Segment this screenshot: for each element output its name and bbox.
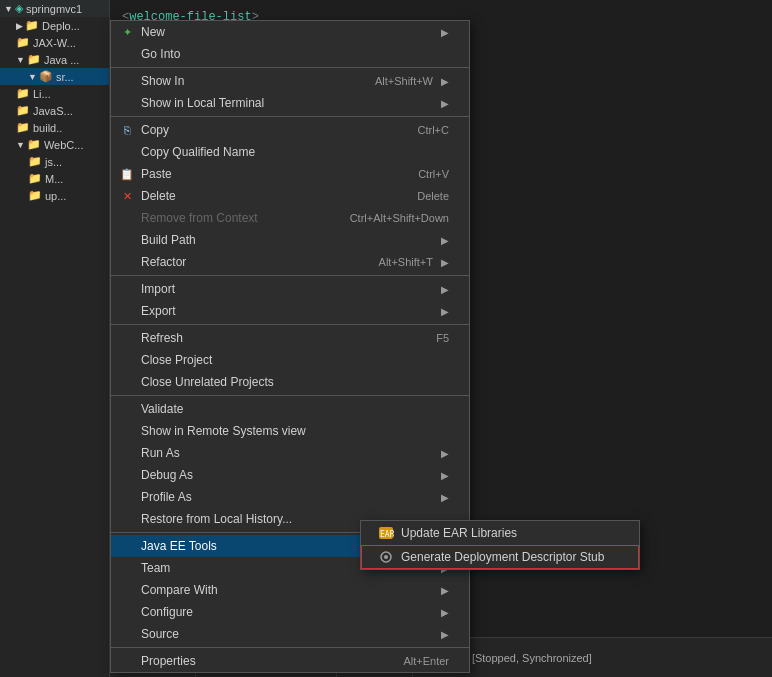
menu-label: Remove from Context [141, 211, 330, 225]
tree-item-sr[interactable]: ▼ 📦 sr... [0, 68, 109, 85]
menu-item-remove-context[interactable]: Remove from Context Ctrl+Alt+Shift+Down [111, 207, 469, 229]
submenu-arrow-icon: ▶ [441, 98, 449, 109]
tree-item-up[interactable]: 📁 up... [0, 187, 109, 204]
project-icon: ◈ [15, 2, 23, 15]
submenu-item-label: Update EAR Libraries [401, 526, 517, 540]
menu-item-refactor[interactable]: Refactor Alt+Shift+T ▶ [111, 251, 469, 273]
tree-item-label: Deplo... [42, 20, 80, 32]
tree-expand-arrow: ▼ [28, 72, 37, 82]
submenu-arrow-icon: ▶ [441, 585, 449, 596]
menu-separator [111, 67, 469, 68]
menu-label: Refactor [141, 255, 359, 269]
folder-icon: 📁 [28, 189, 42, 202]
tree-expand-arrow: ▼ [4, 4, 13, 14]
tree-item-m[interactable]: 📁 M... [0, 170, 109, 187]
tree-expand-arrow: ▶ [16, 21, 23, 31]
svg-point-3 [384, 555, 388, 559]
menu-item-export[interactable]: Export ▶ [111, 300, 469, 322]
javaee-submenu: EAR Update EAR Libraries Generate Deploy… [360, 520, 640, 570]
menu-item-refresh[interactable]: Refresh F5 [111, 327, 469, 349]
submenu-arrow-icon: ▶ [441, 448, 449, 459]
menu-separator [111, 395, 469, 396]
submenu-arrow-icon: ▶ [441, 492, 449, 503]
submenu-item-label: Generate Deployment Descriptor Stub [401, 550, 604, 564]
tree-item-springmvc1[interactable]: ▼ ◈ springmvc1 [0, 0, 109, 17]
menu-item-source[interactable]: Source ▶ [111, 623, 469, 645]
tree-item-js[interactable]: 📁 js... [0, 153, 109, 170]
tree-item-webc[interactable]: ▼ 📁 WebC... [0, 136, 109, 153]
menu-label: Delete [141, 189, 397, 203]
menu-separator [111, 116, 469, 117]
submenu-arrow-icon: ▶ [441, 235, 449, 246]
menu-label: Close Project [141, 353, 449, 367]
menu-item-run-as[interactable]: Run As ▶ [111, 442, 469, 464]
tree-item-javas[interactable]: 📁 JavaS... [0, 102, 109, 119]
shortcut-label: Alt+Shift+T [379, 256, 433, 268]
submenu-item-update-ear[interactable]: EAR Update EAR Libraries [361, 521, 639, 545]
submenu-arrow-icon: ▶ [441, 306, 449, 317]
shortcut-label: F5 [436, 332, 449, 344]
menu-item-validate[interactable]: Validate [111, 398, 469, 420]
submenu-item-generate-descriptor[interactable]: Generate Deployment Descriptor Stub [361, 545, 639, 569]
menu-item-build-path[interactable]: Build Path ▶ [111, 229, 469, 251]
menu-label: Source [141, 627, 433, 641]
menu-label: Export [141, 304, 433, 318]
submenu-arrow-icon: ▶ [441, 27, 449, 38]
tree-item-label: sr... [56, 71, 74, 83]
menu-label: Show in Remote Systems view [141, 424, 449, 438]
gear-icon [377, 548, 395, 566]
menu-item-compare[interactable]: Compare With ▶ [111, 579, 469, 601]
menu-label: Validate [141, 402, 449, 416]
new-icon: ✦ [119, 24, 135, 40]
menu-label: Build Path [141, 233, 433, 247]
menu-item-go-into[interactable]: Go Into [111, 43, 469, 65]
tree-item-li[interactable]: 📁 Li... [0, 85, 109, 102]
submenu-arrow-icon: ▶ [441, 607, 449, 618]
menu-label: Properties [141, 654, 383, 668]
folder-icon: 📁 [16, 36, 30, 49]
menu-item-debug-as[interactable]: Debug As ▶ [111, 464, 469, 486]
folder-icon: 📁 [27, 138, 41, 151]
submenu-arrow-icon: ▶ [441, 470, 449, 481]
menu-label: Show In [141, 74, 355, 88]
svg-text:EAR: EAR [380, 530, 394, 539]
menu-item-new[interactable]: ✦ New ▶ [111, 21, 469, 43]
submenu-arrow-icon: ▶ [441, 629, 449, 640]
menu-item-profile-as[interactable]: Profile As ▶ [111, 486, 469, 508]
menu-label: Paste [141, 167, 398, 181]
project-tree: ▼ ◈ springmvc1 ▶ 📁 Deplo... 📁 JAX-W... ▼… [0, 0, 110, 677]
menu-label: Show in Local Terminal [141, 96, 433, 110]
menu-label: Debug As [141, 468, 433, 482]
menu-label: Run As [141, 446, 433, 460]
menu-separator [111, 324, 469, 325]
menu-item-delete[interactable]: ✕ Delete Delete [111, 185, 469, 207]
tree-item-java[interactable]: ▼ 📁 Java ... [0, 51, 109, 68]
menu-label: New [141, 25, 433, 39]
tree-item-deplo[interactable]: ▶ 📁 Deplo... [0, 17, 109, 34]
tree-expand-arrow: ▼ [16, 55, 25, 65]
tree-item-label: up... [45, 190, 66, 202]
context-menu: ✦ New ▶ Go Into Show In Alt+Shift+W ▶ Sh… [110, 20, 470, 673]
tree-item-build[interactable]: 📁 build.. [0, 119, 109, 136]
menu-label: Configure [141, 605, 433, 619]
menu-label: Import [141, 282, 433, 296]
shortcut-label: Alt+Shift+W [375, 75, 433, 87]
menu-item-show-remote[interactable]: Show in Remote Systems view [111, 420, 469, 442]
menu-item-properties[interactable]: Properties Alt+Enter [111, 650, 469, 672]
shortcut-label: Delete [417, 190, 449, 202]
tree-item-label: M... [45, 173, 63, 185]
tree-item-label: WebC... [44, 139, 84, 151]
menu-item-copy[interactable]: ⎘ Copy Ctrl+C [111, 119, 469, 141]
menu-item-show-in[interactable]: Show In Alt+Shift+W ▶ [111, 70, 469, 92]
folder-icon: 📁 [27, 53, 41, 66]
tree-item-jaxw[interactable]: 📁 JAX-W... [0, 34, 109, 51]
menu-item-import[interactable]: Import ▶ [111, 278, 469, 300]
menu-item-paste[interactable]: 📋 Paste Ctrl+V [111, 163, 469, 185]
menu-item-copy-qualified[interactable]: Copy Qualified Name [111, 141, 469, 163]
menu-item-close-project[interactable]: Close Project [111, 349, 469, 371]
menu-item-show-local[interactable]: Show in Local Terminal ▶ [111, 92, 469, 114]
menu-item-configure[interactable]: Configure ▶ [111, 601, 469, 623]
menu-item-close-unrelated[interactable]: Close Unrelated Projects [111, 371, 469, 393]
tree-item-label: build.. [33, 122, 62, 134]
paste-icon: 📋 [119, 166, 135, 182]
